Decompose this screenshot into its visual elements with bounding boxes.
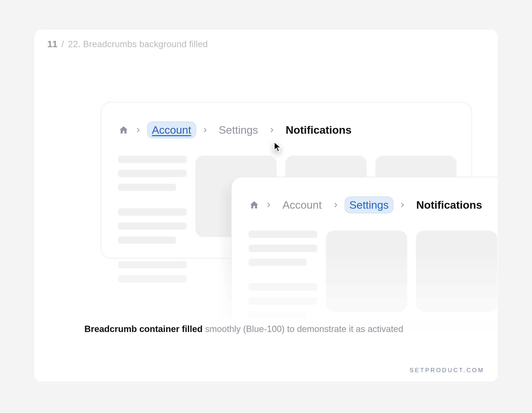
chevron-right-icon: [134, 125, 142, 135]
skeleton-pill: [249, 245, 317, 252]
chevron-right-icon: [201, 125, 209, 135]
skeleton-pill: [249, 283, 317, 291]
slide-slash: /: [61, 39, 64, 49]
caption: Breadcrumb container filled smoothly (Bl…: [84, 324, 403, 334]
skeleton-pill: [118, 208, 187, 216]
skeleton-pill: [249, 297, 317, 305]
skeleton-pill: [118, 275, 187, 282]
skeleton-card: [326, 231, 407, 312]
chevron-right-icon: [332, 200, 339, 210]
breadcrumb-settings[interactable]: Settings: [345, 197, 394, 213]
skeleton-pill: [118, 184, 176, 191]
home-icon[interactable]: [118, 124, 129, 136]
breadcrumb-notifications: Notifications: [411, 197, 487, 213]
breadcrumb: Account Settings Notifications: [232, 177, 498, 213]
home-icon[interactable]: [249, 199, 260, 211]
skeleton-pill: [249, 336, 317, 343]
caption-strong: Breadcrumb container filled: [84, 324, 203, 334]
slide-total-title: 22. Breadcrumbs background filled: [68, 39, 208, 49]
caption-dim: smoothly (Blue-100) to demonstrate it as…: [203, 324, 403, 334]
skeleton-pill: [118, 236, 176, 244]
breadcrumb: Account Settings Notifications: [101, 102, 472, 138]
breadcrumb-settings[interactable]: Settings: [214, 122, 263, 138]
skeleton-pill: [118, 170, 187, 177]
footer-link[interactable]: SETPRODUCT.COM: [410, 367, 484, 374]
skeleton-pill: [118, 223, 187, 230]
chevron-right-icon: [268, 125, 276, 135]
slide-index: 11: [48, 39, 57, 49]
slide-card: 11 / 22. Breadcrumbs background filled A…: [34, 29, 498, 382]
skeleton-pill: [118, 156, 187, 163]
skeleton-pill: [118, 261, 187, 268]
skeleton-pill: [249, 259, 307, 266]
breadcrumb-account[interactable]: Account: [147, 122, 196, 138]
chevron-right-icon: [399, 200, 406, 210]
slide-title: 11 / 22. Breadcrumbs background filled: [48, 39, 208, 50]
breadcrumb-account[interactable]: Account: [278, 197, 327, 213]
chevron-right-icon: [265, 200, 272, 210]
skeleton-pill: [249, 231, 317, 238]
skeleton-card: [416, 231, 497, 312]
demo-panel-front: Account Settings Notifications: [231, 177, 498, 322]
breadcrumb-notifications: Notifications: [281, 122, 356, 138]
skeleton-pill: [249, 311, 307, 319]
